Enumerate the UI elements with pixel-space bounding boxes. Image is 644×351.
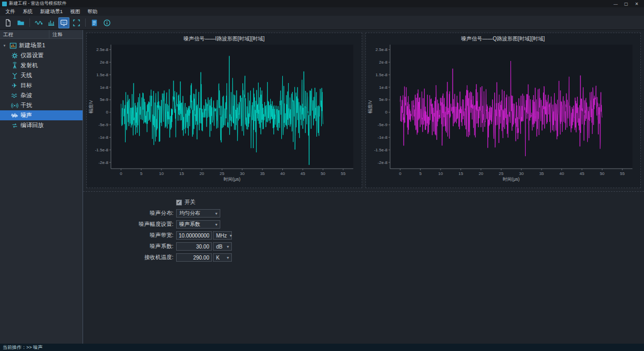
noise-distribution-row: 噪声分布: 均匀分布 ▼ <box>129 209 644 218</box>
tree-item-playback[interactable]: 编译回放 <box>0 120 83 130</box>
svg-text:1.5e-8: 1.5e-8 <box>96 73 108 77</box>
svg-text:35: 35 <box>539 171 544 176</box>
tree-item-label: 发射机 <box>21 61 38 69</box>
svg-text:时间(μs): 时间(μs) <box>503 177 519 182</box>
scene-icon <box>9 42 17 49</box>
chart-i-panel: 噪声信号——I路波形图[时域][时域]2.5e-82e-81.5e-81e-85… <box>86 33 362 188</box>
instrument-settings-icon <box>11 51 18 59</box>
menu-item-system[interactable]: 系统 <box>19 8 36 16</box>
svg-text:30: 30 <box>240 171 244 176</box>
svg-text:-5e-9: -5e-9 <box>377 122 387 127</box>
svg-text:1e-8: 1e-8 <box>100 85 109 90</box>
svg-text:20: 20 <box>199 171 204 176</box>
chart-title: 噪声信号——Q路波形图[时域][时域] <box>366 33 641 42</box>
close-button[interactable]: ✕ <box>631 0 642 7</box>
svg-text:10: 10 <box>159 171 164 176</box>
menu-item-view[interactable]: 视图 <box>66 8 84 16</box>
menu-item-help[interactable]: 帮助 <box>84 8 101 16</box>
svg-text:45: 45 <box>579 171 584 176</box>
menu-item-file[interactable]: 文件 <box>2 8 19 16</box>
svg-text:时间(μs): 时间(μs) <box>224 177 241 182</box>
transmitter-icon <box>11 61 18 69</box>
spectrum-view-icon[interactable] <box>46 17 57 28</box>
svg-text:1e-8: 1e-8 <box>379 85 387 90</box>
noise-amplitude-mode-select[interactable]: 噪声系数 ▼ <box>176 220 220 229</box>
svg-text:-2e-8: -2e-8 <box>98 160 108 165</box>
chart-q-panel: 噪声信号——Q路波形图[时域][时域]2.5e-82e-81.5e-81e-85… <box>365 33 641 188</box>
svg-text:15: 15 <box>458 171 463 176</box>
info-icon[interactable] <box>101 17 113 28</box>
tree-item-transmitter[interactable]: 发射机 <box>0 60 83 70</box>
chart-plot: 2.5e-82e-81.5e-81e-85e-90-5e-9-1e-8-1.5e… <box>366 42 640 184</box>
noise-figure-unit-select[interactable]: dB ▼ <box>213 242 232 251</box>
chevron-down-icon: ▼ <box>212 223 218 226</box>
tree-item-label: 编译回放 <box>21 121 44 129</box>
noise-amplitude-mode-value: 噪声系数 <box>179 221 200 228</box>
svg-text:40: 40 <box>280 171 285 176</box>
noise-figure-unit-value: dB <box>216 244 222 250</box>
playback-icon <box>11 121 18 129</box>
receiver-temp-unit-select[interactable]: K ▼ <box>213 253 232 262</box>
tree-item-noise[interactable]: 噪声 <box>0 110 83 120</box>
report-icon[interactable] <box>89 17 100 28</box>
chevron-down-icon: ▼ <box>212 212 218 215</box>
scene-display-icon[interactable] <box>58 17 69 28</box>
svg-text:20: 20 <box>478 171 483 176</box>
svg-text:-1e-8: -1e-8 <box>377 135 387 140</box>
svg-text:55: 55 <box>620 171 625 176</box>
noise-distribution-select[interactable]: 均匀分布 ▼ <box>176 209 220 218</box>
receiver-temp-row: 接收机温度: K ▼ <box>129 253 644 262</box>
new-project-icon[interactable] <box>3 17 14 28</box>
svg-text:0: 0 <box>398 171 401 176</box>
svg-text:0: 0 <box>120 171 122 176</box>
tree-item-instrument-settings[interactable]: 仪器设置 <box>0 50 83 60</box>
statusbar: 当前操作：>> 噪声 <box>0 344 644 351</box>
waveform-view-icon[interactable] <box>33 17 44 28</box>
svg-text:幅度/V: 幅度/V <box>88 100 94 113</box>
menu-item-scene[interactable]: 新建场景1 <box>36 8 66 16</box>
receiver-temp-input[interactable] <box>176 253 212 262</box>
toolbar-separator <box>29 18 30 27</box>
tree-item-scene[interactable]: ▾新建场景1 <box>0 40 83 50</box>
toolbar-separator <box>85 18 86 27</box>
svg-text:30: 30 <box>519 171 524 176</box>
svg-text:2e-8: 2e-8 <box>379 60 387 65</box>
tree-item-clutter[interactable]: 杂波 <box>0 90 83 100</box>
tree-header-project: 工程 <box>0 30 49 38</box>
noise-switch-checkbox[interactable]: ✓ <box>176 200 182 205</box>
tree-item-label: 干扰 <box>21 101 32 109</box>
open-project-icon[interactable] <box>15 17 26 28</box>
noise-figure-input[interactable] <box>176 242 212 251</box>
svg-text:-1.5e-8: -1.5e-8 <box>374 148 387 152</box>
svg-text:2.5e-8: 2.5e-8 <box>96 47 108 52</box>
app-icon <box>2 2 7 6</box>
layout-expand-icon[interactable] <box>71 17 82 28</box>
tree-expand-icon[interactable]: ▾ <box>2 44 7 48</box>
svg-text:幅度/V: 幅度/V <box>367 100 373 113</box>
svg-text:-2e-8: -2e-8 <box>377 160 387 165</box>
tree-item-target[interactable]: ✈目标 <box>0 80 83 90</box>
maximize-button[interactable]: ▢ <box>621 0 631 7</box>
noise-bandwidth-input[interactable] <box>176 231 212 240</box>
svg-text:-5e-9: -5e-9 <box>98 122 108 127</box>
antenna-icon <box>11 71 18 79</box>
chevron-down-icon: ▼ <box>227 234 233 238</box>
tree-item-antenna[interactable]: 天线 <box>0 70 83 80</box>
receiver-temp-unit-value: K <box>216 255 220 261</box>
svg-text:10: 10 <box>438 171 443 176</box>
noise-bandwidth-unit-select[interactable]: MHz ▼ <box>213 231 232 240</box>
svg-text:0: 0 <box>385 110 387 115</box>
chart-title: 噪声信号——I路波形图[时域][时域] <box>87 33 362 42</box>
noise-bandwidth-label: 噪声带宽: <box>129 232 173 239</box>
svg-text:15: 15 <box>179 171 184 176</box>
project-tree: ▾新建场景1仪器设置发射机天线✈目标杂波干扰噪声编译回放 <box>0 39 83 344</box>
content-area: 工程 注释 ▾新建场景1仪器设置发射机天线✈目标杂波干扰噪声编译回放 噪声信号—… <box>0 30 644 344</box>
svg-text:1.5e-8: 1.5e-8 <box>375 73 387 77</box>
noise-amplitude-mode-label: 噪声幅度设置: <box>129 221 173 228</box>
tree-item-interference[interactable]: 干扰 <box>0 100 83 110</box>
switch-row: ✓ 开关 <box>129 198 644 207</box>
menubar: 文件 系统 新建场景1 视图 帮助 <box>0 7 644 16</box>
minimize-button[interactable]: — <box>610 0 621 7</box>
tree-item-label: 杂波 <box>21 91 32 99</box>
svg-text:0: 0 <box>106 110 109 115</box>
